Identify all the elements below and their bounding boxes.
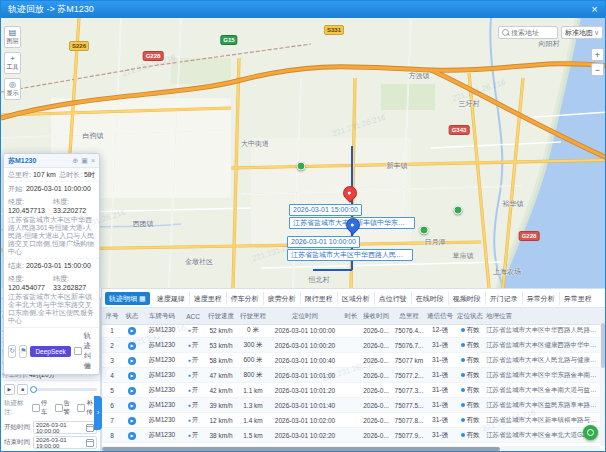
layer-select-value: 标准地图 xyxy=(565,28,593,38)
stop-button[interactable]: ■ xyxy=(17,384,28,395)
cell-time: 2026-03-01 10:00:20 xyxy=(268,342,342,349)
column-header: 通信信号 xyxy=(426,312,454,321)
table-row[interactable]: 7▶苏M1230●开12 km/h1.4 km2026-03-01 10:02:… xyxy=(102,413,600,428)
cell-plate: 苏M1230 xyxy=(142,386,182,395)
column-header: ACC xyxy=(182,313,204,320)
table-row[interactable]: 4▶苏M1230●开47 km/h800 米2026-03-01 10:01:0… xyxy=(102,368,600,383)
cell-signal: 31-强 xyxy=(426,356,454,365)
zoom-in-button[interactable]: + xyxy=(591,48,604,61)
gps-status-cell: 有效 xyxy=(454,356,486,365)
cell-signal: 31-强 xyxy=(426,341,454,350)
column-header: 地理位置 xyxy=(486,312,605,321)
table-row[interactable]: 1▶苏M1230●开52 km/h0 米2026-03-01 10:00:002… xyxy=(102,323,600,338)
tab-4[interactable]: 疲劳分析 xyxy=(264,292,301,305)
window-icon[interactable]: ▣ xyxy=(81,157,88,165)
zoom-out-button[interactable]: − xyxy=(591,63,604,76)
cell-recv: 2026-0... xyxy=(360,402,392,409)
table-row[interactable]: 8▶苏M1230●开38 km/h1.5 km2026-03-01 10:02:… xyxy=(102,428,600,443)
tab-2[interactable]: 速度里程 xyxy=(190,292,227,305)
table-row[interactable]: 3▶苏M1230●开58 km/h600 米2026-03-01 10:00:4… xyxy=(102,353,600,368)
tab-11[interactable]: 异常分析 xyxy=(523,292,560,305)
map-tool-display[interactable]: ◎ 显示 xyxy=(4,78,21,100)
tab-8[interactable]: 在线时段 xyxy=(412,292,449,305)
scrollbar-thumb[interactable] xyxy=(601,323,605,368)
stop-point-marker[interactable] xyxy=(297,162,306,171)
cell-signal: 12-强 xyxy=(426,326,454,335)
search-input[interactable] xyxy=(511,29,554,36)
end-lat-value: 33.262827 xyxy=(53,284,86,291)
tab-active-0[interactable]: 轨迹明细▦ xyxy=(105,292,150,305)
tab-10[interactable]: 开门记录 xyxy=(486,292,523,305)
stop-point-marker[interactable] xyxy=(420,226,429,235)
end-time-label: 结束时间 xyxy=(4,438,31,447)
cell-plate: 苏M1230 xyxy=(142,431,182,440)
start-point-tooltip: 2026-03-01 10:00:00 江苏省盐城市大丰区中华西路人民路361号… xyxy=(287,236,413,262)
cell-odo: 75077.9... xyxy=(392,432,426,439)
panel-collapse-handle[interactable]: › xyxy=(94,396,102,430)
acc-cell: ●开 xyxy=(182,401,204,410)
playback-slider[interactable] xyxy=(30,388,97,391)
deepseek-button[interactable]: DeepSeek xyxy=(30,346,70,357)
tab-5[interactable]: 限行里程 xyxy=(301,292,338,305)
vertical-scrollbar[interactable] xyxy=(600,323,605,446)
stop-point-marker[interactable] xyxy=(454,206,463,215)
cell-odo: 75077 km xyxy=(392,357,426,364)
grid-icon: ▦ xyxy=(139,292,146,305)
moving-status-icon: ▶ xyxy=(122,356,142,365)
start-time-value: 2026-03-01 10:00:00 xyxy=(26,185,91,192)
tab-3[interactable]: 停车分析 xyxy=(227,292,264,305)
map-tool-layers[interactable]: ▤ 图层 xyxy=(4,26,21,48)
flag-icon-button[interactable]: ⚑ xyxy=(19,345,27,358)
start-address: 江苏省盐城市大丰区中华西路人民路361号恒隆大道-人民路-恒隆大道出入口与人民路… xyxy=(4,215,99,258)
map-place-label: 日月潭 xyxy=(425,237,446,247)
search-icon xyxy=(502,29,509,36)
cell-plate: 苏M1230 xyxy=(142,326,182,335)
tab-7[interactable]: 点位行驶 xyxy=(375,292,412,305)
road-shield: S331 xyxy=(324,25,344,35)
mark-checkbox-告警[interactable]: 告警 xyxy=(55,399,75,417)
table-row[interactable]: 6▶苏M1230●开39 km/h1.3 km2026-03-01 10:01:… xyxy=(102,398,600,413)
cell-mileage: 300 米 xyxy=(238,341,268,350)
start-time-field[interactable]: 2026-03-01 10:00:00 xyxy=(33,421,97,434)
play-button[interactable]: ▶ xyxy=(4,384,15,395)
acc-icon: ● xyxy=(188,327,191,333)
cell-signal: 31-强 xyxy=(426,401,454,410)
map-place-label: 白驹镇 xyxy=(83,131,104,141)
pan-to-icon[interactable]: ⊕ xyxy=(72,157,78,165)
layers-icon: ▤ xyxy=(5,28,20,37)
start-lng-value: 120.457713 xyxy=(8,207,45,214)
map-tool-tools[interactable]: + 工具 xyxy=(4,52,21,74)
horizontal-scrollbar[interactable] xyxy=(102,446,600,451)
gps-status-cell: 有效 xyxy=(454,341,486,350)
tab-9[interactable]: 视频时段 xyxy=(449,292,486,305)
cell-recv: 2026-0... xyxy=(360,387,392,394)
map-search-box[interactable] xyxy=(498,26,558,39)
tab-6[interactable]: 区域分析 xyxy=(338,292,375,305)
valid-dot-icon xyxy=(461,358,465,362)
slider-thumb[interactable] xyxy=(30,386,37,393)
close-icon[interactable]: × xyxy=(587,2,602,17)
replay-icon-button[interactable]: ↻ xyxy=(8,345,16,358)
tab-12[interactable]: 异常里程 xyxy=(560,292,596,305)
cell-recv: 2026-0... xyxy=(360,342,392,349)
table-row[interactable]: 5▶苏M1230●开42 km/h1.1 km2026-03-01 10:01:… xyxy=(102,383,600,398)
cell-mileage: 1.5 km xyxy=(238,432,268,439)
map-place-label: 西团镇 xyxy=(133,219,154,229)
cell-odo: 75077.2... xyxy=(392,372,426,379)
end-time-field[interactable]: 2026-03-01 19:00:00 xyxy=(33,436,97,449)
track-correction-checkbox[interactable]: 轨迹纠偏 xyxy=(74,331,95,371)
valid-dot-icon xyxy=(461,418,465,422)
table-row[interactable]: 2▶苏M1230●开53 km/h300 米2026-03-01 10:00:2… xyxy=(102,338,600,353)
tab-1[interactable]: 速度规律 xyxy=(153,292,190,305)
map-place-label: 向阳村 xyxy=(539,39,560,49)
close-icon[interactable]: × xyxy=(91,157,95,164)
cell-speed: 39 km/h xyxy=(204,402,238,409)
cell-no: 7 xyxy=(102,417,122,424)
scrollbar-thumb[interactable] xyxy=(102,447,500,451)
checkbox-icon xyxy=(32,404,40,412)
cell-odo: 75076.7... xyxy=(392,342,426,349)
cell-no: 1 xyxy=(102,327,122,334)
mark-checkbox-停车[interactable]: 停车 xyxy=(32,399,52,417)
map-layer-select[interactable]: 标准地图 ∨ xyxy=(561,26,603,39)
support-float-button[interactable] xyxy=(583,425,598,440)
